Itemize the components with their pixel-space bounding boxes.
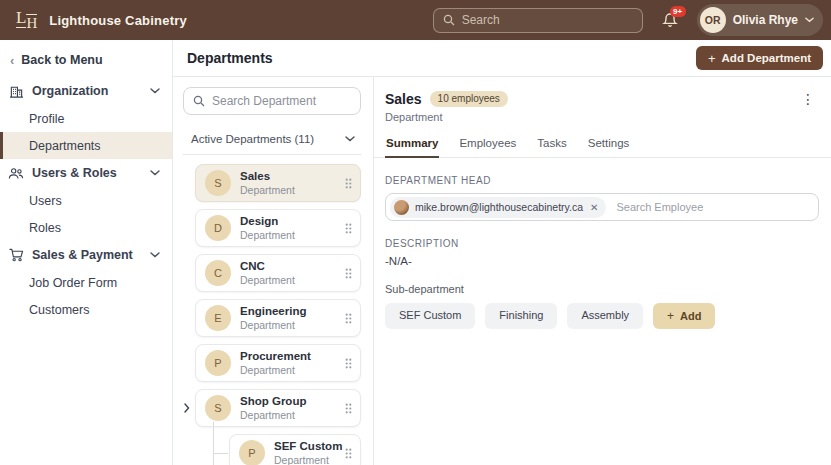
drag-handle[interactable] (345, 403, 352, 414)
plus-icon: + (667, 309, 674, 323)
sidebar-item-job-order-form[interactable]: Job Order Form (0, 269, 172, 296)
department-row-cnc: CCNCDepartment (195, 254, 361, 292)
department-row-sef-custom: PSEF CustomDepartment (195, 434, 361, 465)
department-row-shop-group: SShop GroupDepartment (195, 389, 361, 427)
tab-employees[interactable]: Employees (458, 133, 517, 157)
department-row-design: DDesignDepartment (195, 209, 361, 247)
department-card-sales[interactable]: SSalesDepartment (195, 164, 361, 202)
employee-avatar (394, 200, 409, 215)
department-card-procurement[interactable]: PProcurementDepartment (195, 344, 361, 382)
tab-settings[interactable]: Settings (587, 133, 631, 157)
user-avatar: OR (700, 7, 726, 33)
plus-icon: + (708, 51, 716, 66)
department-card-sef-custom[interactable]: PSEF CustomDepartment (229, 434, 361, 465)
add-department-label: Add Department (722, 52, 811, 64)
department-row-procurement: PProcurementDepartment (195, 344, 361, 382)
users-icon (8, 167, 24, 180)
sidebar-item-users[interactable]: Users (0, 187, 172, 214)
chevron-down-icon (150, 170, 160, 176)
subdepartment-chip-sef-custom[interactable]: SEF Custom (385, 303, 475, 329)
more-options-button[interactable]: ⋮ (797, 92, 819, 106)
building-icon (8, 84, 24, 98)
department-type: Department (240, 319, 306, 332)
department-type: Department (240, 409, 306, 422)
sidebar-section-organization[interactable]: Organization (0, 77, 172, 105)
drag-handle[interactable] (345, 313, 352, 324)
department-list-panel: Active Departments (11) SSalesDepartment… (173, 77, 374, 465)
chevron-down-icon (150, 252, 160, 258)
employee-count-badge: 10 employees (430, 91, 508, 107)
department-initial: P (239, 440, 265, 465)
sidebar: ‹ Back to Menu OrganizationProfileDepart… (0, 40, 173, 465)
department-detail-panel: Sales 10 employees ⋮ Department SummaryE… (374, 77, 831, 465)
sidebar-section-users-roles[interactable]: Users & Roles (0, 159, 172, 187)
page-title-row: Departments + Add Department (173, 40, 831, 77)
sidebar-item-profile[interactable]: Profile (0, 105, 172, 132)
app-title: Lighthouse Cabinetry (49, 13, 187, 28)
back-to-menu-label: Back to Menu (21, 53, 102, 67)
page-title: Departments (187, 50, 273, 66)
logo-letter-h: H (26, 14, 37, 31)
drag-handle[interactable] (345, 268, 352, 279)
global-search-input[interactable] (462, 13, 633, 27)
department-search-input[interactable] (212, 94, 351, 108)
drag-handle[interactable] (345, 448, 352, 459)
back-to-menu[interactable]: ‹ Back to Menu (0, 44, 172, 77)
department-type: Department (240, 184, 295, 197)
drag-handle[interactable] (345, 178, 352, 189)
sidebar-section-label: Sales & Payment (32, 248, 133, 262)
department-name: SEF Custom (274, 439, 336, 453)
search-icon (193, 95, 205, 107)
user-menu[interactable]: OR Olivia Rhye (697, 4, 823, 36)
sidebar-item-roles[interactable]: Roles (0, 214, 172, 241)
department-initial: P (205, 350, 231, 376)
app-logo-icon: LH (16, 9, 37, 31)
department-name: Design (240, 214, 295, 228)
expand-chevron-icon[interactable] (184, 403, 190, 413)
department-card-design[interactable]: DDesignDepartment (195, 209, 361, 247)
subdepartment-chip-finishing[interactable]: Finishing (485, 303, 557, 329)
chevron-down-icon (805, 17, 814, 23)
drag-handle[interactable] (345, 358, 352, 369)
department-head-input[interactable]: mike.brown@lighthousecabinetry.ca ✕ (385, 193, 819, 221)
add-department-button[interactable]: + Add Department (696, 46, 823, 70)
department-name: Engineering (240, 304, 306, 318)
add-chip-label: Add (680, 310, 701, 322)
sidebar-item-customers[interactable]: Customers (0, 296, 172, 323)
cart-icon (8, 248, 24, 262)
subdepartment-label: Sub-department (385, 283, 819, 295)
chevron-down-icon (150, 88, 160, 94)
employee-email: mike.brown@lighthousecabinetry.ca (415, 201, 583, 213)
app-header: LH Lighthouse Cabinetry 9+ OR Olivia Rhy… (0, 0, 831, 40)
department-name: CNC (240, 259, 295, 273)
tab-summary[interactable]: Summary (385, 133, 439, 157)
department-initial: C (205, 260, 231, 286)
department-card-engineering[interactable]: EEngineeringDepartment (195, 299, 361, 337)
add-subdepartment-button[interactable]: +Add (653, 303, 715, 329)
search-icon (443, 14, 455, 26)
subdepartment-chips: SEF CustomFinishingAssembly+Add (385, 303, 819, 329)
department-list: SSalesDepartmentDDesignDepartmentCCNCDep… (183, 155, 361, 465)
notifications-button[interactable]: 9+ (659, 9, 681, 31)
description-label: DESCRIPTION (385, 238, 819, 249)
sidebar-item-departments[interactable]: Departments (0, 132, 172, 159)
department-card-cnc[interactable]: CCNCDepartment (195, 254, 361, 292)
active-departments-accordion[interactable]: Active Departments (11) (183, 125, 361, 155)
department-card-shop-group[interactable]: SShop GroupDepartment (195, 389, 361, 427)
department-initial: S (205, 170, 231, 196)
department-search[interactable] (183, 87, 361, 115)
detail-tabs: SummaryEmployeesTasksSettings (374, 133, 831, 158)
global-search[interactable] (433, 8, 643, 33)
sidebar-section-sales-payment[interactable]: Sales & Payment (0, 241, 172, 269)
department-head-chip[interactable]: mike.brown@lighthousecabinetry.ca ✕ (390, 197, 606, 218)
notification-badge: 9+ (670, 6, 686, 17)
subdepartment-chip-assembly[interactable]: Assembly (567, 303, 643, 329)
search-employee-input[interactable] (616, 201, 809, 213)
sidebar-sections: OrganizationProfileDepartmentsUsers & Ro… (0, 77, 172, 323)
active-departments-label: Active Departments (11) (191, 133, 314, 145)
drag-handle[interactable] (345, 223, 352, 234)
chevron-left-icon: ‹ (10, 54, 14, 67)
remove-chip-icon[interactable]: ✕ (589, 202, 599, 213)
department-row-engineering: EEngineeringDepartment (195, 299, 361, 337)
tab-tasks[interactable]: Tasks (536, 133, 567, 157)
